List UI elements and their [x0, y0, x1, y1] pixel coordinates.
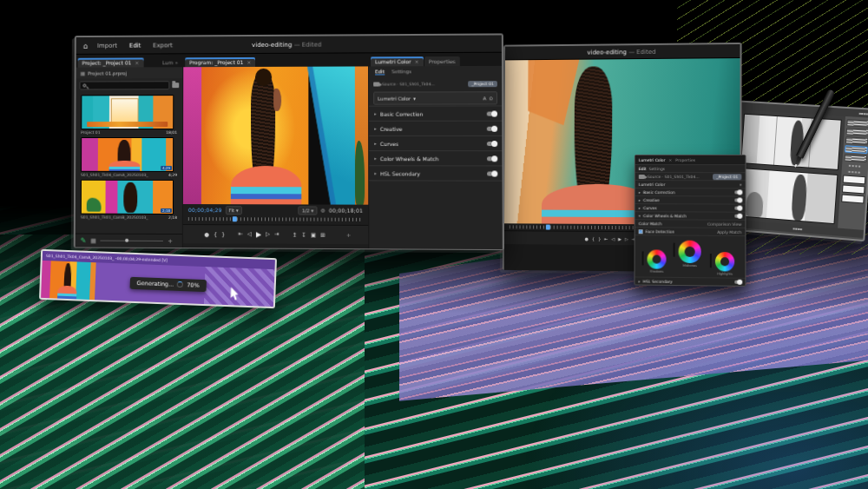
- brush-thumbnail[interactable]: [846, 119, 868, 128]
- close-icon[interactable]: ×: [668, 158, 672, 162]
- media-item-clip-b[interactable]: 2;18 S01_Sh01_Tk01_CamB_20250103_ 2;18: [81, 180, 177, 220]
- layer-thumbnail[interactable]: [842, 184, 865, 194]
- target-chip[interactable]: _Project 01: [468, 81, 497, 87]
- close-icon[interactable]: ×: [414, 58, 418, 64]
- new-item-icon[interactable]: +: [168, 237, 173, 244]
- close-icon[interactable]: ×: [247, 59, 251, 65]
- go-to-in-button[interactable]: ⇤: [238, 230, 242, 238]
- project-file-row[interactable]: ▦ Project 01.prproj: [76, 67, 183, 78]
- lumetri-preset-dropdown[interactable]: Lumetri Color ▾ A ⊙: [373, 91, 497, 104]
- eye-icon[interactable]: ⊙: [489, 96, 493, 101]
- tab-program[interactable]: Program: _Project 01 ×: [185, 57, 255, 67]
- section-toggle[interactable]: [734, 207, 741, 210]
- generative-extend-clip[interactable]: S01_Sh01_Tk04_CamA_20250103_ -00;00;04;2…: [39, 249, 277, 308]
- section-toggle[interactable]: [734, 190, 741, 194]
- tab-sequence[interactable]: Project 01 ×: [6, 5, 45, 14]
- extract-button[interactable]: ↧: [301, 231, 306, 238]
- section-toggle[interactable]: [487, 141, 496, 145]
- section-hsl-secondary[interactable]: ▸ HSL Secondary: [369, 165, 502, 180]
- lift-button[interactable]: ↥: [293, 231, 298, 238]
- go-to-in-button[interactable]: ⇤: [604, 235, 608, 241]
- subtab-edit[interactable]: Edit: [639, 167, 647, 171]
- playback-resolution-dropdown[interactable]: 1/2 ▾: [299, 206, 318, 215]
- playhead[interactable]: [546, 225, 550, 230]
- midtones-wheel[interactable]: [679, 241, 701, 263]
- brush-thumbnail-selected[interactable]: [845, 145, 868, 154]
- tab-overflow[interactable]: Lum »: [160, 57, 181, 67]
- close-icon[interactable]: ×: [135, 59, 139, 65]
- lumetri-preset-row[interactable]: Lumetri Color ▾: [635, 180, 746, 188]
- tab-properties[interactable]: Properties: [424, 56, 460, 66]
- section-toggle[interactable]: [734, 281, 741, 284]
- brush-thumbnail[interactable]: [844, 154, 867, 162]
- media-item-clip-a[interactable]: 4;29 S01_Sh01_Tk04_CamA_20250103_ 4;29: [81, 137, 177, 177]
- section-creative[interactable]: ▸ Creative: [369, 121, 502, 135]
- go-to-out-button[interactable]: ⇥: [274, 231, 279, 239]
- brush-thumbnail[interactable]: [846, 128, 868, 136]
- step-back-button[interactable]: ◁: [611, 236, 615, 241]
- play-button[interactable]: ▶: [256, 230, 261, 238]
- playhead[interactable]: [233, 216, 237, 221]
- storyboard-frame-2[interactable]: [737, 167, 838, 224]
- section-basic-correction[interactable]: ▸ Basic Correction: [369, 105, 502, 120]
- settings-wrench-icon[interactable]: ⚙: [320, 208, 325, 214]
- apply-match-button[interactable]: Apply Match: [717, 229, 741, 234]
- list-view-icon[interactable]: ▦: [90, 237, 96, 244]
- zoom-level-dropdown[interactable]: Fit ▾: [226, 206, 242, 215]
- section-toggle[interactable]: [487, 111, 496, 116]
- mark-out-button[interactable]: }: [598, 235, 601, 241]
- add-button-icon[interactable]: +: [346, 231, 352, 238]
- section-color-wheels[interactable]: ▸ Color Wheels & Match: [369, 150, 502, 165]
- step-forward-button[interactable]: ▷: [625, 236, 628, 241]
- section-toggle[interactable]: [487, 126, 496, 130]
- layer-thumbnail[interactable]: [843, 175, 866, 184]
- mark-in-button[interactable]: {: [214, 231, 217, 238]
- program-scrub-bar[interactable]: [183, 215, 368, 225]
- shadows-slider[interactable]: [642, 251, 644, 265]
- layer-thumbnail[interactable]: [841, 195, 865, 204]
- section-curves[interactable]: ▸ Curves: [369, 135, 502, 150]
- subtab-settings[interactable]: Settings: [649, 167, 665, 171]
- mark-in-button[interactable]: {: [592, 235, 595, 241]
- highlights-slider[interactable]: [710, 254, 712, 268]
- media-item-sequence[interactable]: Project 01 18;01: [81, 95, 177, 135]
- search-box[interactable]: [79, 81, 169, 89]
- target-chip[interactable]: _Project 01: [713, 174, 741, 180]
- close-icon[interactable]: ×: [36, 8, 41, 13]
- step-back-button[interactable]: ◁: [247, 230, 252, 238]
- section-toggle[interactable]: [487, 171, 496, 175]
- media-thumbnail[interactable]: [81, 95, 174, 129]
- section-toggle[interactable]: [734, 198, 741, 202]
- storyboard-frame-1[interactable]: [740, 114, 842, 170]
- comparison-view-button[interactable]: Comparison View: [707, 221, 742, 226]
- chevron-down-icon[interactable]: ▾: [740, 182, 741, 187]
- thumbnail-zoom-slider[interactable]: [101, 241, 163, 241]
- mark-out-button[interactable]: }: [221, 231, 225, 238]
- section-toggle[interactable]: [487, 156, 496, 161]
- fx-icon[interactable]: A: [483, 96, 486, 101]
- media-thumbnail[interactable]: 4;29: [81, 137, 174, 172]
- shadows-wheel[interactable]: [647, 249, 666, 268]
- edit-pencil-icon[interactable]: ✎: [81, 237, 87, 245]
- search-input[interactable]: [89, 83, 166, 88]
- button-editor-icon[interactable]: ⊞: [320, 231, 326, 238]
- tab-project[interactable]: Project: _Project 01 ×: [78, 57, 144, 67]
- midtones-slider[interactable]: [674, 243, 675, 257]
- step-forward-button[interactable]: ▷: [266, 230, 270, 238]
- play-button[interactable]: ▶: [618, 236, 621, 241]
- section-basic-correction[interactable]: ▸ Basic Correction: [635, 188, 746, 195]
- section-toggle[interactable]: [734, 215, 741, 218]
- highlights-wheel[interactable]: [715, 252, 734, 271]
- subtab-edit[interactable]: Edit: [375, 69, 385, 74]
- tab-lumetri-color[interactable]: Lumetri Color: [639, 158, 665, 162]
- section-hsl-secondary[interactable]: ▸ HSL Secondary: [635, 276, 745, 285]
- add-marker-button[interactable]: ●: [585, 235, 589, 241]
- media-thumbnail[interactable]: 2;18: [81, 180, 174, 215]
- tab-properties[interactable]: Properties: [675, 158, 695, 162]
- tab-lumetri-color[interactable]: Lumetri Color ×: [371, 56, 424, 66]
- subtab-settings[interactable]: Settings: [391, 69, 411, 74]
- add-marker-button[interactable]: ●: [204, 231, 209, 238]
- export-frame-button[interactable]: ▣: [311, 231, 316, 238]
- folder-icon[interactable]: [172, 83, 179, 88]
- brush-thumbnail[interactable]: [845, 136, 868, 145]
